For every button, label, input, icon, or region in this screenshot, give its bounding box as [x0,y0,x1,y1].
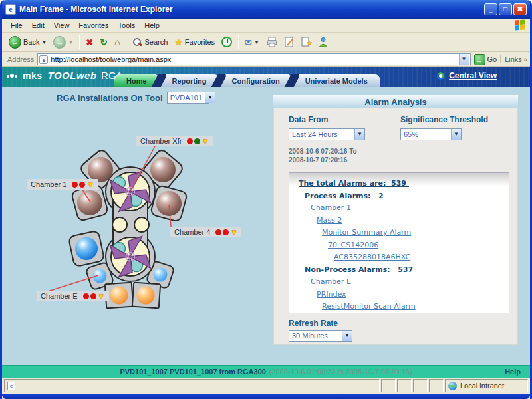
chamber-4-sphere [156,191,182,216]
refresh-button[interactable]: ↻ [97,37,110,48]
refresh-rate-label: Refresh Rate [289,319,338,328]
menu-favorites[interactable]: Favorites [74,20,113,31]
loadlock-sphere [110,287,128,305]
go-button[interactable]: → Go [474,54,497,65]
tab-reporting[interactable]: Reporting [160,74,219,87]
edit-button[interactable] [282,35,297,49]
address-bar: Address e http://localhost/toolwebrga/ma… [2,52,530,67]
browser-status-bar: e Local intranet [2,378,530,394]
alarm-analysis-panel: Alarm Analysis Data From Significance Th… [273,95,518,345]
alarm-analysis-body: Data From Significance Threshold Last 24… [273,108,518,345]
toolweb-header: mks TOOLweb RGA Home Reporting Configura… [2,67,530,87]
cluster-tool-diagram [29,132,241,318]
tree-link-monitor-summary-alarm[interactable]: Monitor Summary Alarm [289,227,509,239]
back-button[interactable]: ← Back ▼ [6,35,49,50]
address-dropdown-icon[interactable]: ▼ [459,54,469,65]
alarm-analysis-title: Alarm Analysis [273,95,518,108]
globe-icon [448,382,457,390]
back-dropdown-icon[interactable]: ▼ [41,39,47,45]
title-bar: e Main Frame - Microsoft Internet Explor… [2,0,530,19]
home-button[interactable]: ⌂ [112,37,122,48]
refresh-rate-select[interactable]: 30 Minutes ▼ [289,330,352,342]
stop-button[interactable]: ✖ [83,37,96,48]
links-button[interactable]: Links » [500,55,527,63]
links-chevron-icon: » [523,55,527,63]
menu-tools[interactable]: Tools [114,20,140,31]
maximize-button[interactable]: □ [499,3,512,15]
menu-file[interactable]: File [6,20,27,31]
security-zone-panel: Local intranet [445,379,528,392]
threshold-select[interactable]: 65% ▼ [400,128,462,140]
history-button[interactable] [219,35,235,49]
chevron-down-icon: ▼ [342,331,352,341]
status-panel [381,379,396,392]
favorites-button[interactable]: ★ Favorites [172,37,217,48]
favorites-label: Favorites [185,38,215,46]
messenger-button[interactable] [316,35,331,49]
stop-icon: ✖ [86,38,93,47]
process-alarms-link[interactable]: Process Alarms: 2 [289,190,509,203]
warning-triangle-icon: ▼ [201,138,209,144]
chamber-1-status-icons: ▼ [72,182,94,188]
chamber-4-label: Chamber 4 ▼ [170,227,241,237]
mail-icon: ✉ [245,38,252,47]
address-url[interactable]: http://localhost/toolwebrga/main.aspx [51,55,456,63]
status-panel [413,379,428,392]
mail-dropdown-icon[interactable]: ▼ [254,39,259,45]
status-panel [429,379,444,392]
tree-link-70-cs142006[interactable]: 70_CS142006 [289,239,509,252]
tab-univariate-models[interactable]: Univariate Models [293,74,380,87]
tree-link-mass-2[interactable]: Mass 2 [289,215,509,227]
tab-configuration[interactable]: Configuration [219,74,293,87]
tree-link-resistmonitor-scan-alarm[interactable]: ResistMonitor Scan Alarm [289,301,509,313]
central-view-icon [437,72,444,80]
central-view-label: Central View [449,71,497,80]
window-border [2,394,530,399]
data-from-label: Data From [289,115,328,124]
tree-link-prindex[interactable]: PRIndex [289,289,509,301]
alarm-tree: The total Alarms are: 539 Process Alarms… [289,172,509,313]
tree-link-chamber-e[interactable]: Chamber E [289,276,509,289]
status-dot-red-icon [83,293,89,299]
tool-status-range: (2008-10-6 01:00:23 to 2008-10-7 07:20:1… [269,368,412,376]
forward-button[interactable]: → ▼ [51,35,76,50]
tree-link-chamber-1[interactable]: Chamber 1 [289,202,509,215]
address-field[interactable]: e http://localhost/toolwebrga/main.aspx … [37,53,470,65]
search-button[interactable]: Search [130,36,170,49]
nav-tabs: Home Reporting Configuration Univariate … [114,74,380,87]
chamber-4-status-icons: ▼ [215,229,237,235]
forward-icon: → [53,36,66,49]
mks-logo: mks [23,70,43,81]
non-process-alarms-link[interactable]: Non-Process Alarms: 537 [289,264,509,277]
favorites-add-button[interactable] [299,35,315,49]
tool-select[interactable]: PVDA101 ▼ [167,92,209,104]
chamber-sphere-blue [75,237,98,260]
go-label: Go [487,55,497,63]
minimize-button[interactable]: _ [484,3,497,15]
standard-toolbar: ← Back ▼ → ▼ ✖ ↻ ⌂ Search ★ Favorites ✉ … [2,33,530,52]
menu-view[interactable]: View [49,20,74,31]
menu-help[interactable]: Help [140,20,164,31]
status-dot-red-icon [90,293,96,299]
data-from-select[interactable]: Last 24 Hours ▼ [289,128,365,140]
mail-button[interactable]: ✉ ▼ [242,37,262,48]
links-label: Links [505,55,522,63]
menu-edit[interactable]: Edit [27,20,49,31]
windows-logo-icon [515,19,526,31]
go-icon: → [474,54,485,65]
help-link[interactable]: Help [505,368,521,376]
central-view-link[interactable]: Central View [437,71,497,80]
toolbar-separator [238,35,239,49]
back-label: Back [23,38,39,46]
close-button[interactable]: ✖ [513,3,527,15]
tree-link-ac835288018a6hxc[interactable]: AC835288018A6HXC [289,251,509,264]
alarm-total-link[interactable]: The total Alarms are: 539 [289,178,509,190]
status-dot-red-icon [223,229,229,235]
search-label: Search [144,38,168,46]
favorites-icon: ★ [174,38,183,47]
home-icon: ⌂ [114,38,120,47]
warning-triangle-icon: ▼ [230,229,237,235]
chamber-e-status-icons: ▼ [83,293,105,299]
print-button[interactable] [263,35,281,49]
chamber-sphere [150,157,176,182]
